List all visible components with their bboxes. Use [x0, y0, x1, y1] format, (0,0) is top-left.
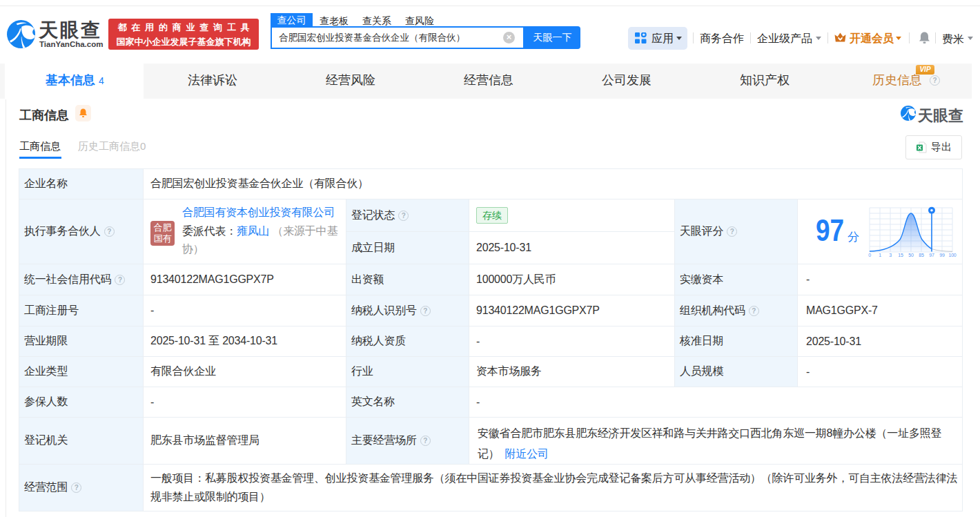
svg-text:99: 99: [939, 253, 945, 257]
svg-text:97: 97: [929, 253, 934, 257]
svg-text:50: 50: [908, 253, 914, 257]
svg-text:3: 3: [889, 253, 892, 257]
svg-text:0: 0: [868, 253, 871, 257]
svg-text:85: 85: [919, 253, 924, 257]
svg-text:1: 1: [879, 253, 881, 257]
svg-text:15: 15: [898, 253, 903, 257]
svg-text:100: 100: [948, 253, 956, 257]
